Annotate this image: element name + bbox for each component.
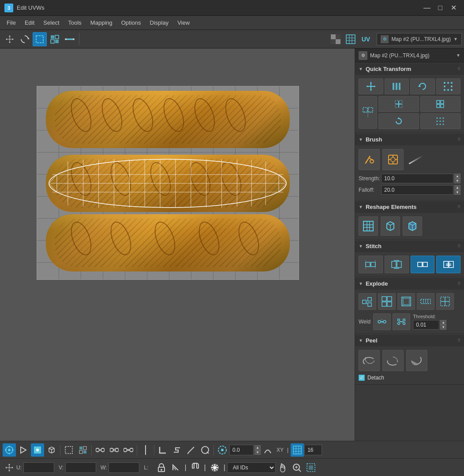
select-rect-button[interactable] bbox=[33, 32, 47, 46]
number-input[interactable] bbox=[304, 445, 322, 455]
coord-up-btn[interactable]: ▲ bbox=[254, 445, 261, 450]
qt-scale-cols-button[interactable] bbox=[385, 78, 409, 94]
sshape-button[interactable] bbox=[170, 443, 183, 457]
u-input[interactable] bbox=[23, 462, 54, 473]
select-mode2-button[interactable] bbox=[76, 443, 90, 457]
menu-edit[interactable]: Edit bbox=[20, 18, 39, 28]
peel-btn-3[interactable] bbox=[406, 350, 427, 371]
ids-dropdown[interactable]: All IDs bbox=[227, 462, 276, 473]
menu-select[interactable]: Select bbox=[39, 18, 64, 28]
v-input[interactable] bbox=[65, 462, 96, 473]
uv-label-button[interactable]: UV bbox=[359, 32, 373, 46]
stitch-btn-1[interactable] bbox=[359, 256, 383, 273]
explode-btn-2[interactable] bbox=[378, 293, 396, 310]
uv-viewport[interactable] bbox=[0, 48, 355, 441]
grid-view-button[interactable] bbox=[291, 443, 304, 457]
explode-btn-4[interactable] bbox=[417, 293, 434, 310]
qt-dots2-button[interactable] bbox=[420, 113, 461, 129]
reshape-header[interactable]: ▼ Reshape Elements ⠿ bbox=[355, 201, 464, 213]
weld-btn-1[interactable] bbox=[373, 313, 391, 330]
map-dropdown-button[interactable]: ▼ bbox=[456, 53, 460, 58]
w-input[interactable] bbox=[109, 462, 139, 473]
move-tool-button[interactable] bbox=[3, 32, 17, 46]
qt-grid-btn[interactable] bbox=[420, 96, 461, 112]
strength-down-button[interactable]: ▼ bbox=[454, 178, 460, 183]
angle-button[interactable] bbox=[169, 461, 182, 474]
explode-btn-3[interactable] bbox=[397, 293, 415, 310]
explode-btn-5[interactable] bbox=[436, 293, 454, 310]
coord-value-input[interactable] bbox=[229, 445, 254, 455]
map-selector-button[interactable]: ⚙ Map #2 (PU...TRXL4.jpg) ▼ bbox=[377, 33, 462, 45]
snap-button[interactable] bbox=[3, 443, 16, 457]
brush-reshape-button[interactable] bbox=[382, 149, 404, 170]
freeze-button[interactable] bbox=[208, 461, 221, 474]
cube-mode-button[interactable] bbox=[45, 443, 58, 457]
edge-mode-button[interactable] bbox=[63, 32, 77, 46]
chain-btn-1[interactable] bbox=[94, 443, 107, 457]
stitch-btn-2[interactable] bbox=[385, 256, 409, 273]
strength-up-button[interactable]: ▲ bbox=[454, 174, 460, 178]
brush-header[interactable]: ▼ Brush ⠿ bbox=[355, 133, 464, 145]
menu-view[interactable]: View bbox=[173, 18, 194, 28]
maximize-button[interactable]: □ bbox=[434, 2, 446, 14]
vertex-mode-button[interactable] bbox=[31, 443, 44, 457]
chain-btn-2[interactable] bbox=[108, 443, 121, 457]
play-button[interactable] bbox=[17, 443, 30, 457]
reshape-grid-button[interactable] bbox=[359, 216, 378, 236]
peel-btn-2[interactable] bbox=[382, 350, 404, 371]
rotate-tool-button[interactable] bbox=[18, 32, 32, 46]
threshold-input[interactable] bbox=[413, 320, 439, 330]
menu-mapping[interactable]: Mapping bbox=[86, 18, 117, 28]
weld-btn-2[interactable] bbox=[393, 313, 410, 330]
qt-add-button[interactable] bbox=[378, 96, 419, 112]
checkerboard-button[interactable] bbox=[329, 32, 343, 46]
stitch-btn-4[interactable] bbox=[436, 256, 460, 273]
peel-header[interactable]: ▼ Peel ⠿ bbox=[355, 334, 464, 346]
strength-input[interactable] bbox=[381, 174, 453, 183]
close-button[interactable]: ✕ bbox=[447, 2, 460, 14]
select-rect-mode-button[interactable] bbox=[62, 443, 75, 457]
pan-tool-button[interactable] bbox=[276, 461, 289, 474]
menu-options[interactable]: Options bbox=[117, 18, 146, 28]
menu-display[interactable]: Display bbox=[146, 18, 173, 28]
minimize-button[interactable]: — bbox=[421, 2, 433, 14]
zoom-tool-button[interactable] bbox=[290, 461, 303, 474]
qt-rotate2-button[interactable] bbox=[378, 113, 419, 129]
explode-btn-1[interactable] bbox=[359, 293, 376, 310]
reshape-cube2-button[interactable] bbox=[403, 216, 422, 236]
threshold-down-button[interactable]: ▼ bbox=[440, 325, 446, 330]
threshold-up-button[interactable]: ▲ bbox=[440, 320, 446, 325]
quick-transform-header[interactable]: ▼ Quick Transform ⠿ bbox=[355, 63, 464, 75]
magnet-button[interactable] bbox=[189, 461, 202, 474]
single-line-button[interactable] bbox=[139, 443, 152, 457]
circ-snap-button[interactable] bbox=[216, 443, 229, 457]
reshape-cube1-button[interactable] bbox=[381, 216, 400, 236]
chain-btn-3[interactable] bbox=[122, 443, 135, 457]
select-all-button[interactable] bbox=[304, 461, 318, 474]
uv-grid-button[interactable] bbox=[344, 32, 358, 46]
status-move-btn[interactable] bbox=[3, 461, 16, 474]
lock-button[interactable] bbox=[155, 461, 168, 474]
qt-large-button[interactable] bbox=[359, 96, 377, 129]
brush-move-button[interactable] bbox=[359, 149, 380, 170]
select-mode-button[interactable] bbox=[48, 32, 62, 46]
menu-file[interactable]: File bbox=[2, 18, 20, 28]
stitch-btn-3[interactable] bbox=[411, 256, 435, 273]
qt-spread-button[interactable] bbox=[436, 78, 461, 94]
pen-tool-button[interactable] bbox=[184, 443, 198, 457]
svg-point-68 bbox=[440, 118, 441, 119]
lshape-button[interactable] bbox=[156, 443, 169, 457]
circle-tool-button[interactable] bbox=[198, 443, 212, 457]
explode-header[interactable]: ▼ Explode ⠿ bbox=[355, 277, 464, 290]
detach-checkbox[interactable]: ✓ bbox=[359, 375, 365, 381]
peel-btn-1[interactable] bbox=[359, 350, 380, 371]
path-icon-btn[interactable] bbox=[261, 443, 274, 457]
menu-tools[interactable]: Tools bbox=[64, 18, 86, 28]
stitch-header[interactable]: ▼ Stitch ⠿ bbox=[355, 240, 464, 252]
falloff-input[interactable] bbox=[381, 185, 453, 195]
coord-down-btn[interactable]: ▼ bbox=[254, 450, 261, 455]
falloff-down-button[interactable]: ▼ bbox=[454, 190, 460, 195]
qt-rotate-button[interactable] bbox=[410, 78, 435, 94]
qt-move-button[interactable] bbox=[359, 78, 383, 94]
falloff-up-button[interactable]: ▲ bbox=[454, 185, 460, 190]
